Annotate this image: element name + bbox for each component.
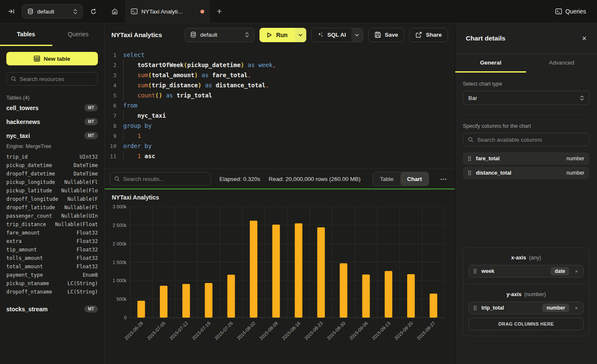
chart-type-select[interactable]: Bar: [463, 91, 589, 105]
drag-columns-drop-zone[interactable]: DRAG COLUMNS HERE: [469, 318, 583, 330]
code-line-10: 10order by: [105, 141, 455, 151]
available-column-chip-fare_total[interactable]: fare_totalnumber: [463, 152, 589, 165]
table-name: nyc_taxi: [6, 132, 30, 139]
close-panel-button[interactable]: ×: [582, 34, 586, 43]
tab-general[interactable]: General: [455, 54, 526, 73]
x-axis-heading: x-axis (any): [469, 255, 583, 261]
chart-details-title: Chart details: [466, 35, 505, 42]
sidebar-tab-queries[interactable]: Queries: [52, 23, 105, 46]
tab-advanced[interactable]: Advanced: [526, 54, 597, 73]
save-button[interactable]: Save: [368, 28, 405, 42]
chevron-updown-icon: [73, 9, 77, 14]
column-row-payment_type[interactable]: payment_typeEnum8: [6, 271, 98, 279]
share-button[interactable]: Share: [409, 28, 448, 42]
queries-menu-button[interactable]: Queries: [544, 0, 597, 23]
share-label: Share: [426, 32, 442, 38]
column-row-dropoff_datetime[interactable]: dropoff_datetimeDateTime: [6, 170, 98, 178]
sql-ai-label: SQL AI: [327, 32, 346, 38]
column-row-trip_distance[interactable]: trip_distanceNullable(Float: [6, 220, 98, 229]
home-icon: [111, 8, 118, 15]
column-name: passenger_count: [6, 213, 52, 219]
table-row-nyc_taxi[interactable]: nyc_taxiMT: [6, 129, 98, 143]
svg-text:2015-09-20: 2015-09-20: [393, 321, 413, 341]
tab-title: NYTaxi Analyti...: [141, 8, 183, 15]
svg-text:2015-08-16: 2015-08-16: [281, 321, 301, 341]
collapse-sidebar-button[interactable]: [6, 6, 17, 17]
code-line-11: 111 asc: [105, 151, 455, 161]
chart-details-header: Chart details ×: [455, 23, 597, 54]
drag-handle-icon[interactable]: [468, 170, 471, 175]
drag-handle-icon[interactable]: [473, 305, 477, 310]
remove-y-axis-column-button[interactable]: ×: [574, 305, 579, 311]
column-row-total_amount[interactable]: total_amountFloat32: [6, 262, 98, 271]
view-toggle: Table Chart: [373, 172, 429, 186]
refresh-button[interactable]: [88, 6, 99, 17]
app-window: default NYTaxi Analyti... + Queries: [0, 0, 597, 364]
code-line-2: 2toStartOfWeek(pickup_datetime) as week,: [105, 60, 455, 70]
new-table-button[interactable]: New table: [6, 52, 98, 65]
svg-text:1 000k: 1 000k: [113, 278, 127, 283]
y-axis-column-chip[interactable]: trip_total number ×: [469, 302, 583, 314]
column-name: dropoff_longitude: [6, 196, 58, 202]
drag-handle-icon[interactable]: [473, 269, 477, 274]
column-row-dropoff_longitude[interactable]: dropoff_longitudeNullable(F: [6, 195, 98, 203]
column-row-pickup_latitude[interactable]: pickup_latitudeNullable(Flo: [6, 186, 98, 195]
column-type: Nullable(Fl: [65, 179, 98, 185]
results-search[interactable]: [110, 172, 211, 186]
code-line-4: 4sum(trip_distance) as distance_total,: [105, 80, 455, 90]
line-number: 3: [105, 72, 123, 78]
table-row-stocks_stream[interactable]: stocks_streamMT: [6, 302, 98, 316]
remove-x-axis-column-button[interactable]: ×: [574, 268, 579, 275]
table-row-hackernews[interactable]: hackernewsMT: [6, 115, 98, 129]
run-button[interactable]: Run: [259, 28, 294, 42]
column-row-pickup_ntaname[interactable]: pickup_ntanameLC(String): [6, 279, 98, 288]
share-icon: [416, 32, 422, 38]
axis-config-box: x-axis (any) week date × y-axis (number): [463, 248, 589, 336]
svg-text:500k: 500k: [116, 297, 127, 302]
column-name: dropoff_latitude: [6, 205, 55, 210]
code-line-1: 1select: [105, 50, 455, 60]
drag-handle-icon[interactable]: [468, 156, 471, 161]
available-column-type: number: [567, 156, 584, 162]
sidebar-tab-tables[interactable]: Tables: [0, 23, 52, 46]
column-row-trip_id[interactable]: trip_idUInt32: [6, 153, 98, 161]
view-toggle-chart[interactable]: Chart: [400, 172, 429, 186]
column-row-passenger_count[interactable]: passenger_countNullable(UIn: [6, 212, 98, 220]
run-options-button[interactable]: [295, 28, 306, 42]
columns-search[interactable]: [463, 133, 589, 146]
code-line-8: 8group by: [105, 121, 455, 131]
chevron-updown-icon: [580, 95, 584, 101]
column-row-pickup_datetime[interactable]: pickup_datetimeDateTime: [6, 161, 98, 170]
resources-search[interactable]: [6, 72, 98, 86]
terminal-icon: [555, 8, 562, 14]
column-row-dropoff_ntaname[interactable]: dropoff_ntanameLC(String): [6, 288, 98, 296]
tab-nytaxi-analytics[interactable]: NYTaxi Analyti...: [125, 0, 210, 23]
available-column-chip-distance_total[interactable]: distance_totalnumber: [463, 167, 589, 179]
new-tab-button[interactable]: +: [210, 0, 229, 23]
resources-search-input[interactable]: [20, 76, 93, 82]
view-toggle-table[interactable]: Table: [373, 172, 400, 186]
home-tab-button[interactable]: [105, 0, 125, 23]
column-row-tolls_amount[interactable]: tolls_amountFloat32: [6, 254, 98, 262]
database-selector[interactable]: default: [22, 4, 83, 19]
column-row-fare_amount[interactable]: fare_amountFloat32: [6, 229, 98, 237]
column-row-pickup_longitude[interactable]: pickup_longitudeNullable(Fl: [6, 178, 98, 186]
columns-search-input[interactable]: [477, 137, 584, 143]
sql-ai-options-button[interactable]: [351, 28, 363, 42]
sql-ai-button[interactable]: SQL AI: [312, 28, 351, 42]
line-number: 8: [105, 123, 123, 129]
chart-details-content: Select chart type Bar Specify columns fo…: [455, 73, 597, 364]
table-row-cell_towers[interactable]: cell_towersMT: [6, 101, 98, 115]
toolbar-database-selector[interactable]: default: [185, 28, 254, 42]
results-search-input[interactable]: [123, 176, 206, 182]
x-axis-column-chip[interactable]: week date ×: [469, 265, 583, 278]
column-row-dropoff_latitude[interactable]: dropoff_latitudeNullable(Fl: [6, 203, 98, 212]
column-row-extra[interactable]: extraFloat32: [6, 237, 98, 245]
column-row-tip_amount[interactable]: tip_amountFloat32: [6, 245, 98, 254]
column-type: Float32: [76, 230, 98, 236]
code-text: nyc_taxi: [123, 111, 166, 121]
database-icon: [27, 8, 33, 15]
results-more-button[interactable]: ⋯: [438, 175, 450, 183]
code-text: 1: [123, 131, 141, 141]
sql-editor[interactable]: 1select2toStartOfWeek(pickup_datetime) a…: [105, 46, 455, 169]
